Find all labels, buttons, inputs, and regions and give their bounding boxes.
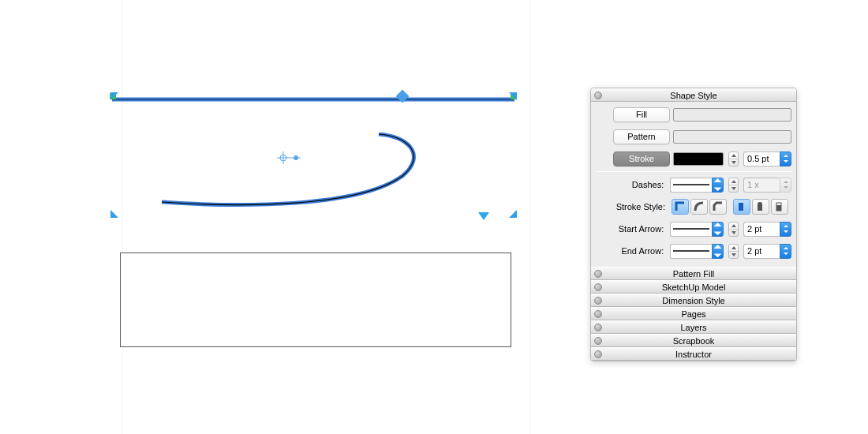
section-header-pattern-fill[interactable]: Pattern Fill (591, 267, 796, 280)
svg-marker-11 (714, 178, 722, 182)
selection-corner-icon (110, 210, 118, 218)
section-header-instructor[interactable]: Instructor (591, 347, 796, 361)
svg-marker-25 (731, 224, 736, 227)
shape-style-body: Fill Pattern Stroke 0.5 pt Dashes: (591, 102, 796, 267)
section-header-shape-style[interactable]: Shape Style (591, 88, 796, 102)
section-title: Instructor (591, 350, 796, 359)
svg-marker-16 (784, 186, 788, 189)
rotate-handle-icon[interactable] (478, 212, 489, 220)
svg-marker-12 (714, 187, 722, 191)
corner-round-button[interactable] (690, 199, 708, 215)
panel-collapse-icon[interactable] (594, 92, 602, 99)
svg-marker-9 (784, 160, 788, 163)
selection-corner-icon (509, 210, 517, 218)
svg-marker-34 (784, 247, 788, 249)
dashes-label: Dashes: (596, 180, 667, 189)
start-arrow-label: Start Arrow: (596, 224, 667, 234)
pattern-toggle-button[interactable]: Pattern (613, 129, 670, 144)
dropdown-arrow-icon[interactable] (712, 244, 724, 259)
dropdown-arrow-icon (780, 178, 791, 193)
svg-marker-26 (731, 231, 736, 234)
start-arrow-size-value[interactable]: 2 pt (743, 222, 780, 237)
svg-rect-21 (776, 205, 781, 211)
cap-round-button[interactable] (752, 199, 769, 215)
section-title: Pattern Fill (591, 269, 796, 279)
rectangle-shape[interactable] (120, 253, 511, 347)
start-arrow-size-stepper[interactable] (728, 222, 739, 237)
guide-vertical (122, 0, 123, 434)
dropdown-arrow-icon[interactable] (712, 222, 724, 237)
end-arrow-size-stepper[interactable] (728, 244, 739, 259)
start-arrow-select[interactable] (670, 222, 724, 237)
section-title: SketchUp Model (591, 282, 796, 292)
svg-marker-15 (784, 181, 788, 183)
svg-marker-24 (714, 231, 722, 235)
end-arrow-select[interactable] (670, 244, 724, 259)
cap-square-button[interactable] (771, 199, 788, 215)
end-arrow-size-field[interactable]: 2 pt (743, 244, 791, 259)
svg-marker-32 (731, 246, 736, 249)
panel-collapse-icon[interactable] (594, 310, 602, 318)
drawing-canvas[interactable] (0, 0, 552, 434)
selection-corner-icon (509, 92, 517, 100)
dropdown-arrow-icon[interactable] (780, 244, 791, 259)
svg-marker-35 (784, 253, 788, 255)
section-title: Pages (591, 309, 796, 319)
dropdown-arrow-icon[interactable] (780, 222, 791, 237)
pattern-swatch[interactable] (673, 130, 791, 144)
svg-marker-8 (784, 155, 788, 157)
dashes-style-select[interactable] (670, 178, 724, 193)
guide-vertical (530, 0, 531, 434)
selection-corner-icon (110, 92, 118, 100)
panel-collapse-icon[interactable] (594, 350, 602, 358)
section-title: Shape Style (591, 91, 796, 100)
fill-color-swatch[interactable] (673, 108, 791, 122)
dash-multiplier-stepper[interactable] (728, 178, 739, 193)
stroke-toggle-button[interactable]: Stroke (613, 152, 670, 166)
end-arrow-size-value[interactable]: 2 pt (743, 244, 780, 259)
svg-marker-27 (784, 225, 788, 227)
stroke-color-swatch[interactable] (673, 152, 724, 166)
dash-multiplier-field: 1 x (743, 178, 791, 193)
stroke-width-field[interactable]: 0.5 pt (743, 152, 791, 166)
panel-collapse-icon[interactable] (594, 337, 602, 345)
inspector-panel: Shape Style Fill Pattern Stroke 0.5 pt (590, 88, 797, 361)
fill-toggle-button[interactable]: Fill (613, 107, 670, 122)
panel-collapse-icon[interactable] (594, 283, 602, 291)
svg-rect-17 (739, 203, 743, 211)
section-header-scrapbook[interactable]: Scrapbook (591, 334, 796, 347)
svg-marker-30 (714, 245, 722, 249)
section-title: Scrapbook (591, 336, 796, 346)
section-title: Layers (591, 323, 796, 332)
dropdown-arrow-icon[interactable] (780, 152, 791, 166)
dropdown-arrow-icon[interactable] (712, 178, 724, 193)
stroke-width-stepper[interactable] (728, 152, 739, 166)
svg-marker-13 (731, 180, 736, 183)
stroke-style-label: Stroke Style: (596, 202, 668, 211)
svg-marker-33 (731, 253, 736, 256)
svg-marker-14 (731, 187, 736, 190)
svg-point-19 (758, 202, 762, 207)
end-arrow-label: End Arrow: (596, 246, 667, 256)
dash-multiplier-value: 1 x (743, 178, 780, 193)
svg-marker-7 (731, 161, 736, 164)
corner-miter-button[interactable] (672, 199, 689, 215)
section-title: Dimension Style (591, 296, 796, 305)
stroke-width-value[interactable]: 0.5 pt (743, 152, 780, 166)
svg-marker-23 (714, 223, 722, 226)
panel-collapse-icon[interactable] (594, 324, 602, 331)
selected-shape-line[interactable] (112, 94, 514, 99)
start-arrow-size-field[interactable]: 2 pt (743, 222, 791, 237)
svg-marker-31 (714, 253, 722, 257)
panel-collapse-icon[interactable] (594, 270, 602, 278)
cap-flat-button[interactable] (733, 199, 750, 215)
section-header-sketchup-model[interactable]: SketchUp Model (591, 280, 796, 294)
corner-style-segmented (672, 199, 788, 215)
selected-shape-curve[interactable] (162, 133, 422, 211)
section-header-pages[interactable]: Pages (591, 307, 796, 320)
section-header-layers[interactable]: Layers (591, 320, 796, 334)
section-header-dimension-style[interactable]: Dimension Style (591, 294, 796, 307)
svg-marker-28 (784, 230, 788, 233)
corner-bevel-button[interactable] (709, 199, 727, 215)
panel-collapse-icon[interactable] (594, 297, 602, 305)
